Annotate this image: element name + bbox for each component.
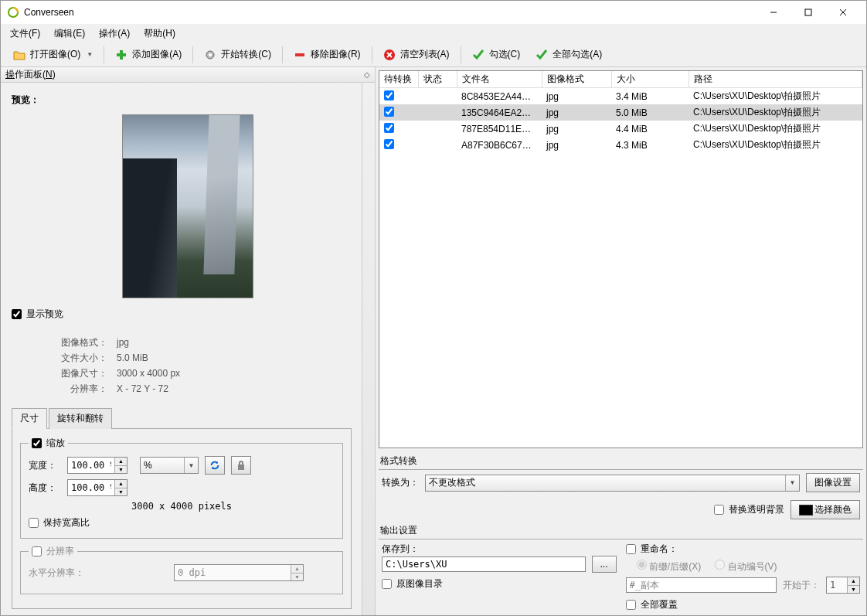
svg-rect-13 bbox=[238, 465, 244, 470]
suffix-input[interactable] bbox=[626, 577, 777, 593]
dropdown-icon: ▼ bbox=[87, 51, 93, 58]
main-area: 操作面板(N) ◇ 预览： 显示预览 图像格式：jpg 文件大小：5.0 MiB… bbox=[1, 67, 866, 615]
remove-label: 移除图像(R) bbox=[311, 48, 361, 61]
panel-header: 操作面板(N) ◇ bbox=[1, 67, 375, 83]
table-row[interactable]: 8C8453E2A44…jpg3.4 MiBC:\Users\XU\Deskto… bbox=[379, 88, 862, 105]
tab-content: 缩放 宽度： ▲▼ ▼ 高度： ▲▼ 3000 x 4000 pixels bbox=[12, 429, 352, 609]
svg-point-8 bbox=[209, 53, 212, 56]
tabstrip: 尺寸 旋转和翻转 bbox=[12, 407, 352, 429]
close-button[interactable] bbox=[825, 1, 860, 24]
image-settings-button[interactable]: 图像设置 bbox=[806, 473, 860, 492]
check-icon bbox=[472, 49, 484, 61]
menu-action[interactable]: 操作(A) bbox=[93, 26, 136, 42]
image-info: 图像格式：jpg 文件大小：5.0 MiB 图像尺寸：3000 x 4000 p… bbox=[58, 335, 364, 396]
height-label: 高度： bbox=[29, 482, 61, 495]
output-section-header: 输出设置 bbox=[379, 522, 863, 539]
svg-rect-6 bbox=[117, 53, 126, 56]
minimize-button[interactable] bbox=[756, 1, 790, 24]
clear-list-button[interactable]: 清空列表(A) bbox=[376, 46, 457, 63]
menubar: 文件(F) 编辑(E) 操作(A) 帮助(H) bbox=[1, 24, 866, 43]
app-icon bbox=[7, 6, 19, 19]
checkall-label: 全部勾选(A) bbox=[552, 48, 602, 61]
height-spinner[interactable]: ▲▼ bbox=[67, 479, 128, 496]
width-spinner[interactable]: ▲▼ bbox=[67, 457, 128, 474]
add-label: 添加图像(A) bbox=[132, 48, 182, 61]
undock-icon[interactable]: ◇ bbox=[364, 70, 370, 79]
start-spinner[interactable]: ▲▼ bbox=[826, 577, 860, 594]
tab-dimensions[interactable]: 尺寸 bbox=[12, 408, 47, 429]
menu-help[interactable]: 帮助(H) bbox=[138, 26, 182, 42]
rename-checkbox[interactable]: 重命名： bbox=[626, 543, 678, 556]
replace-bg-checkbox[interactable]: 替换透明背景 bbox=[714, 500, 784, 519]
gear-icon bbox=[204, 49, 216, 61]
start-convert-button[interactable]: 开始转换(C) bbox=[196, 46, 279, 63]
format-combo[interactable]: ▼ bbox=[425, 475, 800, 492]
add-image-button[interactable]: 添加图像(A) bbox=[107, 46, 189, 63]
toolbar: 打开图像(O) ▼ 添加图像(A) 开始转换(C) 移除图像(R) 清空列表(A… bbox=[1, 43, 866, 67]
table-row[interactable]: 135C9464EA2…jpg5.0 MiBC:\Users\XU\Deskto… bbox=[379, 104, 862, 121]
overwrite-checkbox[interactable]: 全部覆盖 bbox=[626, 598, 678, 611]
checkall-icon bbox=[536, 49, 548, 61]
show-preview-label: 显示预览 bbox=[26, 308, 63, 321]
left-panel: 操作面板(N) ◇ 预览： 显示预览 图像格式：jpg 文件大小：5.0 MiB… bbox=[1, 67, 376, 615]
orig-dir-checkbox[interactable]: 原图像目录 bbox=[382, 577, 443, 590]
color-swatch bbox=[799, 505, 813, 516]
menu-edit[interactable]: 编辑(E) bbox=[48, 26, 91, 42]
table-header-row: 待转换 状态 文件名 图像格式 大小 路径 bbox=[379, 71, 862, 88]
save-to-label: 保存到： bbox=[382, 543, 617, 556]
svg-rect-2 bbox=[805, 9, 811, 15]
scale-fieldset: 缩放 宽度： ▲▼ ▼ 高度： ▲▼ 3000 x 4000 pixels bbox=[20, 437, 343, 539]
titlebar: Converseen bbox=[1, 1, 866, 24]
menu-file[interactable]: 文件(F) bbox=[4, 26, 46, 42]
format-section-header: 格式转换 bbox=[379, 453, 863, 470]
lock-button[interactable] bbox=[231, 456, 251, 475]
save-path-input[interactable] bbox=[382, 556, 586, 572]
auto-radio[interactable]: 自动编号(V) bbox=[715, 560, 777, 573]
open-image-button[interactable]: 打开图像(O) ▼ bbox=[5, 46, 100, 63]
scale-checkbox[interactable]: 缩放 bbox=[29, 437, 68, 450]
table-row[interactable]: 787E854D11E…jpg4.4 MiBC:\Users\XU\Deskto… bbox=[379, 121, 862, 137]
clear-icon bbox=[383, 49, 396, 61]
unit-combo[interactable]: ▼ bbox=[140, 457, 199, 474]
keep-ratio-checkbox[interactable]: 保持宽高比 bbox=[29, 516, 90, 529]
svg-rect-9 bbox=[295, 53, 304, 56]
app-title: Converseen bbox=[24, 7, 756, 18]
start-from-label: 开始于： bbox=[783, 579, 820, 592]
refresh-button[interactable] bbox=[205, 456, 225, 475]
check-button[interactable]: 勾选(C) bbox=[464, 46, 529, 63]
folder-icon bbox=[13, 49, 26, 61]
preview-image bbox=[122, 114, 253, 298]
width-label: 宽度： bbox=[29, 459, 61, 472]
choose-color-button[interactable]: 选择颜色 bbox=[790, 500, 860, 519]
check-all-button[interactable]: 全部勾选(A) bbox=[528, 46, 610, 63]
pixel-size: 3000 x 4000 pixels bbox=[29, 501, 335, 512]
minus-icon bbox=[294, 49, 306, 61]
tab-rotate[interactable]: 旋转和翻转 bbox=[49, 408, 112, 429]
panel-title: 操作面板(N) bbox=[5, 68, 56, 81]
preview-label: 预览： bbox=[12, 94, 364, 107]
show-preview-checkbox[interactable]: 显示预览 bbox=[12, 308, 364, 321]
right-panel: 待转换 状态 文件名 图像格式 大小 路径 8C8453E2A44…jpg3.4… bbox=[376, 67, 866, 615]
convert-to-label: 转换为： bbox=[382, 476, 419, 489]
plus-icon bbox=[115, 49, 128, 61]
browse-button[interactable]: ... bbox=[592, 556, 617, 573]
start-label: 开始转换(C) bbox=[221, 48, 271, 61]
clear-label: 清空列表(A) bbox=[400, 48, 450, 61]
maximize-button[interactable] bbox=[790, 1, 825, 24]
file-table[interactable]: 待转换 状态 文件名 图像格式 大小 路径 8C8453E2A44…jpg3.4… bbox=[379, 70, 863, 448]
open-label: 打开图像(O) bbox=[30, 48, 80, 61]
hres-spinner[interactable]: ▲▼ bbox=[174, 564, 304, 581]
hres-label: 水平分辨率： bbox=[29, 567, 168, 580]
prefix-radio[interactable]: 前缀/后缀(X) bbox=[637, 560, 702, 573]
remove-image-button[interactable]: 移除图像(R) bbox=[286, 46, 369, 63]
resolution-checkbox[interactable]: 分辨率 bbox=[29, 545, 77, 558]
check-label: 勾选(C) bbox=[489, 48, 521, 61]
table-row[interactable]: A87F30B6C67…jpg4.3 MiBC:\Users\XU\Deskto… bbox=[379, 137, 862, 153]
resolution-fieldset: 分辨率 水平分辨率： ▲▼ bbox=[20, 545, 343, 594]
